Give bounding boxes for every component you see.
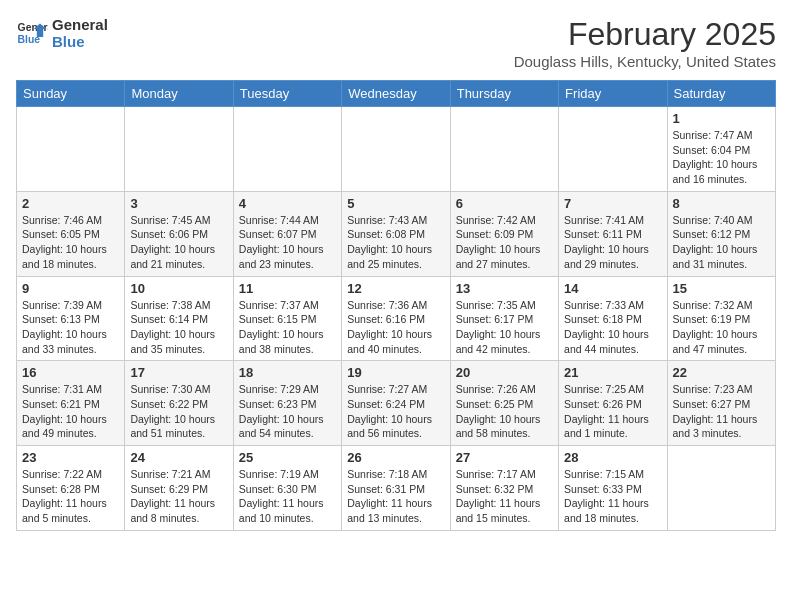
calendar-cell [233,107,341,192]
calendar-cell: 23Sunrise: 7:22 AM Sunset: 6:28 PM Dayli… [17,446,125,531]
calendar-cell: 28Sunrise: 7:15 AM Sunset: 6:33 PM Dayli… [559,446,667,531]
day-number: 10 [130,281,227,296]
calendar-cell: 4Sunrise: 7:44 AM Sunset: 6:07 PM Daylig… [233,191,341,276]
calendar-cell [667,446,775,531]
day-info: Sunrise: 7:32 AM Sunset: 6:19 PM Dayligh… [673,298,770,357]
day-info: Sunrise: 7:39 AM Sunset: 6:13 PM Dayligh… [22,298,119,357]
day-info: Sunrise: 7:21 AM Sunset: 6:29 PM Dayligh… [130,467,227,526]
calendar-cell: 7Sunrise: 7:41 AM Sunset: 6:11 PM Daylig… [559,191,667,276]
calendar-cell [125,107,233,192]
title-block: February 2025 Douglass Hills, Kentucky, … [514,16,776,70]
day-info: Sunrise: 7:27 AM Sunset: 6:24 PM Dayligh… [347,382,444,441]
location-title: Douglass Hills, Kentucky, United States [514,53,776,70]
month-title: February 2025 [514,16,776,53]
calendar-cell: 21Sunrise: 7:25 AM Sunset: 6:26 PM Dayli… [559,361,667,446]
calendar-cell: 5Sunrise: 7:43 AM Sunset: 6:08 PM Daylig… [342,191,450,276]
calendar-cell [342,107,450,192]
day-number: 20 [456,365,553,380]
calendar-cell: 24Sunrise: 7:21 AM Sunset: 6:29 PM Dayli… [125,446,233,531]
day-info: Sunrise: 7:22 AM Sunset: 6:28 PM Dayligh… [22,467,119,526]
day-number: 9 [22,281,119,296]
day-number: 2 [22,196,119,211]
calendar-cell: 17Sunrise: 7:30 AM Sunset: 6:22 PM Dayli… [125,361,233,446]
day-info: Sunrise: 7:25 AM Sunset: 6:26 PM Dayligh… [564,382,661,441]
day-number: 11 [239,281,336,296]
day-info: Sunrise: 7:35 AM Sunset: 6:17 PM Dayligh… [456,298,553,357]
day-info: Sunrise: 7:37 AM Sunset: 6:15 PM Dayligh… [239,298,336,357]
day-number: 6 [456,196,553,211]
calendar-cell: 22Sunrise: 7:23 AM Sunset: 6:27 PM Dayli… [667,361,775,446]
day-info: Sunrise: 7:43 AM Sunset: 6:08 PM Dayligh… [347,213,444,272]
calendar-cell [450,107,558,192]
day-number: 24 [130,450,227,465]
day-info: Sunrise: 7:23 AM Sunset: 6:27 PM Dayligh… [673,382,770,441]
day-number: 28 [564,450,661,465]
calendar-cell: 12Sunrise: 7:36 AM Sunset: 6:16 PM Dayli… [342,276,450,361]
day-number: 13 [456,281,553,296]
day-info: Sunrise: 7:44 AM Sunset: 6:07 PM Dayligh… [239,213,336,272]
day-number: 25 [239,450,336,465]
day-info: Sunrise: 7:17 AM Sunset: 6:32 PM Dayligh… [456,467,553,526]
day-number: 7 [564,196,661,211]
day-number: 26 [347,450,444,465]
day-number: 22 [673,365,770,380]
day-info: Sunrise: 7:18 AM Sunset: 6:31 PM Dayligh… [347,467,444,526]
day-info: Sunrise: 7:46 AM Sunset: 6:05 PM Dayligh… [22,213,119,272]
weekday-header-thursday: Thursday [450,81,558,107]
day-info: Sunrise: 7:42 AM Sunset: 6:09 PM Dayligh… [456,213,553,272]
calendar-cell: 8Sunrise: 7:40 AM Sunset: 6:12 PM Daylig… [667,191,775,276]
weekday-header-saturday: Saturday [667,81,775,107]
day-number: 15 [673,281,770,296]
day-info: Sunrise: 7:38 AM Sunset: 6:14 PM Dayligh… [130,298,227,357]
calendar-cell: 14Sunrise: 7:33 AM Sunset: 6:18 PM Dayli… [559,276,667,361]
weekday-header-tuesday: Tuesday [233,81,341,107]
day-number: 1 [673,111,770,126]
day-number: 16 [22,365,119,380]
calendar-cell: 6Sunrise: 7:42 AM Sunset: 6:09 PM Daylig… [450,191,558,276]
day-number: 4 [239,196,336,211]
calendar-cell [559,107,667,192]
day-info: Sunrise: 7:40 AM Sunset: 6:12 PM Dayligh… [673,213,770,272]
day-info: Sunrise: 7:15 AM Sunset: 6:33 PM Dayligh… [564,467,661,526]
day-number: 8 [673,196,770,211]
calendar-cell: 19Sunrise: 7:27 AM Sunset: 6:24 PM Dayli… [342,361,450,446]
calendar-cell: 27Sunrise: 7:17 AM Sunset: 6:32 PM Dayli… [450,446,558,531]
logo-text-blue: Blue [52,33,108,50]
day-number: 5 [347,196,444,211]
day-number: 23 [22,450,119,465]
calendar-cell: 18Sunrise: 7:29 AM Sunset: 6:23 PM Dayli… [233,361,341,446]
calendar-cell: 15Sunrise: 7:32 AM Sunset: 6:19 PM Dayli… [667,276,775,361]
day-number: 27 [456,450,553,465]
weekday-header-monday: Monday [125,81,233,107]
day-info: Sunrise: 7:47 AM Sunset: 6:04 PM Dayligh… [673,128,770,187]
day-info: Sunrise: 7:45 AM Sunset: 6:06 PM Dayligh… [130,213,227,272]
day-number: 3 [130,196,227,211]
day-number: 14 [564,281,661,296]
day-info: Sunrise: 7:19 AM Sunset: 6:30 PM Dayligh… [239,467,336,526]
day-info: Sunrise: 7:29 AM Sunset: 6:23 PM Dayligh… [239,382,336,441]
calendar-cell [17,107,125,192]
calendar-cell: 1Sunrise: 7:47 AM Sunset: 6:04 PM Daylig… [667,107,775,192]
logo-text-general: General [52,16,108,33]
day-number: 17 [130,365,227,380]
weekday-header-wednesday: Wednesday [342,81,450,107]
calendar-cell: 13Sunrise: 7:35 AM Sunset: 6:17 PM Dayli… [450,276,558,361]
page-header: General Blue General Blue February 2025 … [16,16,776,70]
day-info: Sunrise: 7:36 AM Sunset: 6:16 PM Dayligh… [347,298,444,357]
calendar-cell: 26Sunrise: 7:18 AM Sunset: 6:31 PM Dayli… [342,446,450,531]
calendar-cell: 9Sunrise: 7:39 AM Sunset: 6:13 PM Daylig… [17,276,125,361]
calendar-cell: 2Sunrise: 7:46 AM Sunset: 6:05 PM Daylig… [17,191,125,276]
day-info: Sunrise: 7:31 AM Sunset: 6:21 PM Dayligh… [22,382,119,441]
calendar-cell: 3Sunrise: 7:45 AM Sunset: 6:06 PM Daylig… [125,191,233,276]
day-number: 12 [347,281,444,296]
calendar-cell: 25Sunrise: 7:19 AM Sunset: 6:30 PM Dayli… [233,446,341,531]
day-info: Sunrise: 7:26 AM Sunset: 6:25 PM Dayligh… [456,382,553,441]
day-number: 19 [347,365,444,380]
day-info: Sunrise: 7:33 AM Sunset: 6:18 PM Dayligh… [564,298,661,357]
calendar-cell: 11Sunrise: 7:37 AM Sunset: 6:15 PM Dayli… [233,276,341,361]
logo: General Blue General Blue [16,16,108,50]
logo-icon: General Blue [16,17,48,49]
calendar-cell: 16Sunrise: 7:31 AM Sunset: 6:21 PM Dayli… [17,361,125,446]
calendar-cell: 10Sunrise: 7:38 AM Sunset: 6:14 PM Dayli… [125,276,233,361]
day-info: Sunrise: 7:30 AM Sunset: 6:22 PM Dayligh… [130,382,227,441]
